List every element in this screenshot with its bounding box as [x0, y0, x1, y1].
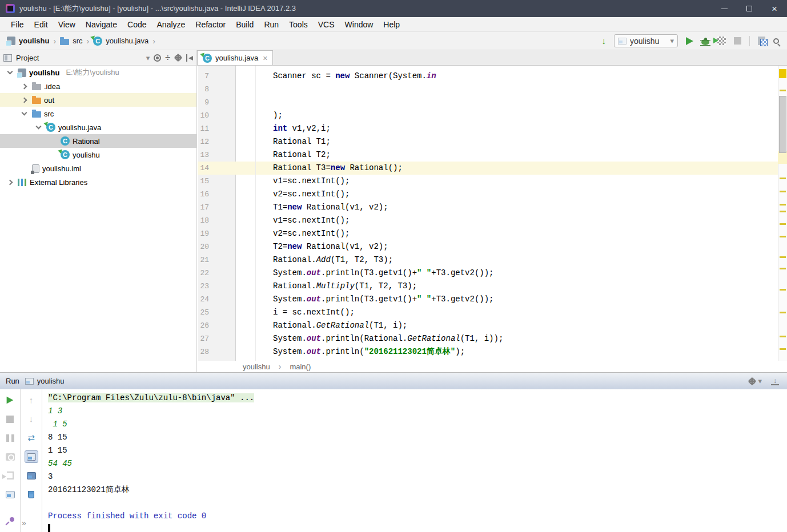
editor-breadcrumb-youlishu[interactable]: youlishu	[243, 362, 270, 371]
tree-item-out[interactable]: out	[0, 93, 196, 107]
show-console-button[interactable]	[3, 488, 17, 501]
pin-tab-button[interactable]	[3, 515, 17, 527]
code-segment: Rational(v1, v2);	[302, 203, 388, 212]
dump-threads-button[interactable]	[3, 450, 17, 463]
tree-item-youlishu[interactable]: youlishu	[0, 148, 196, 162]
menu-file[interactable]: File	[6, 17, 29, 31]
warning-mark	[780, 256, 786, 258]
menu-code[interactable]: Code	[122, 17, 151, 31]
maximize-button[interactable]	[737, 0, 762, 17]
scrollbar-thumb[interactable]	[779, 96, 786, 153]
console-line: 1 15	[48, 444, 67, 457]
window-controls: ×	[712, 0, 787, 17]
debug-button[interactable]	[701, 39, 709, 45]
menu-build[interactable]: Build	[231, 17, 259, 31]
exit-process-button[interactable]	[3, 469, 17, 482]
tree-item-external-libraries[interactable]: External Libraries	[0, 175, 196, 189]
clear-all-button[interactable]	[25, 488, 38, 501]
more-options-button[interactable]: »	[22, 518, 26, 527]
menu-navigate[interactable]: Navigate	[81, 17, 122, 31]
breadcrumb-item-src[interactable]: src	[60, 37, 82, 45]
chevron-right-icon: ›	[279, 362, 282, 371]
down-stacktrace-button[interactable]: ↓	[25, 413, 38, 425]
up-stacktrace-button[interactable]: ↑	[25, 394, 38, 406]
menu-tools[interactable]: Tools	[284, 17, 313, 31]
tree-item--idea[interactable]: .idea	[0, 79, 196, 93]
menu-run[interactable]: Run	[259, 17, 284, 31]
menu-analyze[interactable]: Analyze	[152, 17, 191, 31]
menu-help[interactable]: Help	[378, 17, 405, 31]
run-configuration-select[interactable]: youlishu ▾	[614, 34, 678, 47]
code-line: v1=sc.nextInt();	[198, 175, 769, 188]
code-segment: +T3.getv2());	[431, 295, 493, 304]
code-line: Scanner sc = new Scanner(System.in	[198, 70, 769, 83]
expander-icon[interactable]	[21, 83, 27, 89]
print-button[interactable]	[25, 469, 38, 482]
scroll-to-source-icon[interactable]	[154, 54, 161, 62]
class-run-icon	[61, 150, 70, 159]
menu-window[interactable]: Window	[340, 17, 379, 31]
console-line: 1 3	[48, 405, 62, 418]
close-button[interactable]: ×	[762, 0, 787, 17]
hide-toolwindow-icon[interactable]: ↓	[771, 377, 779, 385]
collapse-all-icon[interactable]: ÷	[165, 54, 170, 62]
tree-item-rational[interactable]: Rational	[0, 134, 196, 148]
tab-close-icon[interactable]: ×	[263, 54, 267, 63]
code-segment: (T1, i);	[369, 321, 407, 330]
run-with-coverage-button[interactable]	[717, 37, 726, 45]
toolwindows-icon[interactable]	[758, 37, 765, 45]
console-output[interactable]: "C:\Program Files\Zulu\zulu-8\bin\java" …	[42, 389, 787, 532]
iml-icon	[32, 164, 39, 173]
minimize-button[interactable]	[712, 0, 737, 17]
search-everywhere-icon[interactable]	[773, 38, 779, 44]
run-tab-youlishu[interactable]: youlishu	[25, 377, 65, 385]
code-line	[198, 83, 769, 96]
code-segment: Add	[316, 255, 331, 264]
run-settings-gear-icon[interactable]	[749, 378, 756, 384]
updates-icon[interactable]: ↓	[601, 37, 606, 46]
pause-output-button[interactable]	[3, 432, 17, 444]
expander-icon[interactable]	[35, 124, 41, 130]
libs-icon	[18, 179, 27, 186]
expander-icon[interactable]	[21, 97, 27, 103]
maximize-icon	[746, 6, 752, 11]
menu-refactor[interactable]: Refactor	[190, 17, 231, 31]
code-line: Rational.GetRational(T1, i);	[198, 319, 769, 332]
breadcrumb-label: src	[73, 37, 82, 45]
tab-youlishu-java[interactable]: youlishu.java ×	[197, 50, 273, 65]
expander-icon[interactable]	[7, 179, 13, 185]
project-settings-gear-icon[interactable]	[175, 54, 181, 61]
menu-view[interactable]: View	[53, 17, 81, 31]
code-editor[interactable]: 7Scanner sc = new Scanner(System.in8910)…	[198, 66, 787, 361]
run-button[interactable]	[686, 37, 693, 45]
tree-item-label: .idea	[44, 82, 60, 91]
expander-slot	[33, 123, 43, 132]
soft-wrap-button[interactable]: ⇄	[25, 432, 38, 444]
tree-item-youlishu-java[interactable]: youlishu.java	[0, 120, 196, 134]
console-line: 54 45	[48, 457, 72, 470]
tree-item-youlishu[interactable]: youlishuE:\能力\youlishu	[0, 66, 196, 79]
tree-item-label: youlishu	[73, 151, 100, 159]
stop-button[interactable]	[734, 37, 741, 45]
code-line: Rational.Multiply(T1, T2, T3);	[198, 280, 769, 293]
editor-breadcrumb-main-[interactable]: main()	[290, 362, 311, 371]
stop-button-disabled[interactable]	[3, 413, 17, 425]
rerun-button[interactable]	[3, 394, 17, 406]
hide-panel-icon[interactable]	[186, 54, 193, 62]
expander-icon[interactable]	[7, 69, 13, 75]
menu-edit[interactable]: Edit	[29, 17, 53, 31]
arrow-up-icon: ↑	[29, 396, 34, 405]
code-line: T2=new Rational(v1, v2);	[198, 240, 769, 253]
breadcrumb-item-youlishu-java[interactable]: youlishu.java	[93, 37, 148, 46]
menu-vcs[interactable]: VCS	[313, 17, 340, 31]
inspections-indicator[interactable]	[779, 69, 786, 78]
scroll-to-end-button[interactable]: ↓	[25, 450, 38, 463]
expander-icon[interactable]	[21, 110, 27, 116]
tree-item-src[interactable]: src	[0, 107, 196, 120]
breadcrumb-item-youlishu[interactable]: youlishu	[7, 37, 49, 45]
project-view-dropdown-icon[interactable]: ▾	[146, 54, 150, 62]
editor-scrollbar[interactable]	[778, 66, 787, 361]
run-header-actions: ▾ ↓	[748, 377, 781, 385]
tree-item-youlishu-iml[interactable]: youlishu.iml	[0, 162, 196, 175]
expander-slot	[19, 164, 29, 173]
